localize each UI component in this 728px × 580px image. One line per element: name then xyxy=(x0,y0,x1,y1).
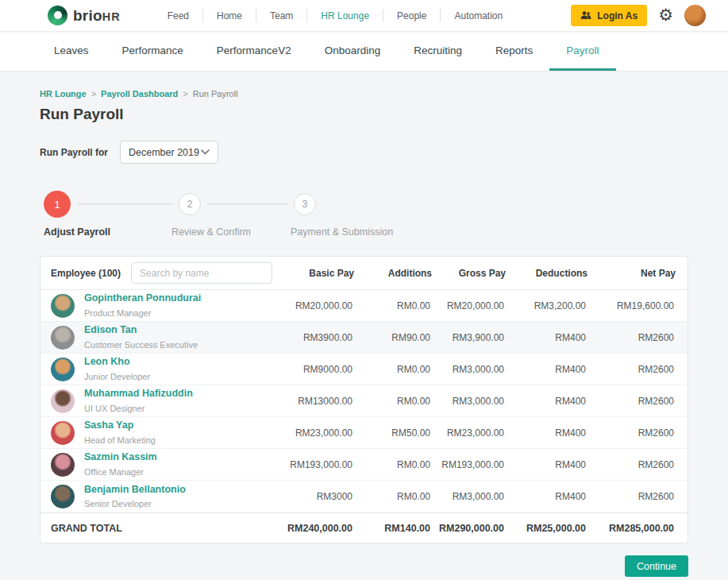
tab-leaves[interactable]: Leaves xyxy=(37,32,106,71)
basic-pay-cell: RM193,000.00 xyxy=(271,459,352,470)
gross-pay-cell: RM193,000.00 xyxy=(430,459,504,470)
breadcrumb-hr-lounge[interactable]: HR Lounge xyxy=(40,89,87,99)
employee-cell: Leon Kho Junior Developer xyxy=(51,355,271,382)
employee-job-title: Product Manager xyxy=(84,308,151,318)
employee-name-link[interactable]: Sasha Yap xyxy=(84,419,156,431)
brio-logo[interactable]: brioHR xyxy=(48,6,121,25)
brio-logo-icon xyxy=(48,6,67,25)
breadcrumb-run-payroll: Run Payroll xyxy=(193,89,238,99)
basic-pay-cell: RM23,000.00 xyxy=(271,427,352,439)
period-select[interactable]: December 2019 xyxy=(120,141,218,164)
chevron-down-icon xyxy=(201,149,210,155)
net-pay-cell: RM2600 xyxy=(586,459,674,470)
basic-pay-cell: RM3000 xyxy=(271,491,352,502)
employee-job-title: Customer Success Executive xyxy=(84,340,198,350)
grand-total-row: GRAND TOTAL RM240,000.00 RM140.00 RM290,… xyxy=(40,512,688,543)
employee-avatar xyxy=(51,326,75,350)
tab-performance[interactable]: Performance xyxy=(106,32,200,71)
employee-name-link[interactable]: Muhammad Hafizuddin xyxy=(84,387,193,400)
employee-name-link[interactable]: Sazmin Kassim xyxy=(84,450,157,463)
user-avatar[interactable] xyxy=(684,5,706,26)
employee-row: Edison Tan Customer Success Executive RM… xyxy=(40,322,688,354)
net-pay-cell: RM2600 xyxy=(586,427,674,439)
net-pay-cell: RM2600 xyxy=(586,491,674,502)
step-1-label: Adjust Payroll xyxy=(44,226,110,238)
tab-performancev2[interactable]: PerformanceV2 xyxy=(200,32,308,71)
nav-hr-lounge[interactable]: HR Lounge xyxy=(307,10,383,21)
table-body: Gopintheran Ponnudurai Product Manager R… xyxy=(40,290,688,512)
tab-payroll[interactable]: Payroll xyxy=(549,32,615,71)
topbar-right: Login As ⚙ xyxy=(571,5,706,26)
step-1-circle[interactable]: 1 xyxy=(44,191,71,218)
breadcrumb: HR Lounge > Payroll Dashboard > Run Payr… xyxy=(40,89,688,99)
deductions-cell: RM400 xyxy=(504,332,586,343)
step-3-label: Payment & Submission xyxy=(291,226,393,238)
nav-home[interactable]: Home xyxy=(203,10,256,21)
employee-job-title: Senior Developer xyxy=(84,499,152,508)
column-basic-pay: Basic Pay xyxy=(272,268,354,279)
column-deductions: Deductions xyxy=(506,268,587,279)
module-tabs: Leaves Performance PerformanceV2 Onboard… xyxy=(0,32,728,72)
employee-avatar xyxy=(51,453,75,477)
gross-pay-cell: RM3,000.00 xyxy=(430,396,504,407)
breadcrumb-separator: > xyxy=(183,89,187,99)
employee-job-title: Head of Marketing xyxy=(84,435,156,445)
employee-cell: Edison Tan Customer Success Executive xyxy=(51,323,271,350)
employee-row: Muhammad Hafizuddin UI UX Designer RM130… xyxy=(40,385,688,417)
column-gross-pay: Gross Pay xyxy=(432,268,506,279)
continue-button[interactable]: Continue xyxy=(625,555,688,577)
actions-bar: Continue xyxy=(40,555,688,577)
basic-pay-cell: RM13000.00 xyxy=(271,396,352,407)
search-input[interactable] xyxy=(131,262,272,284)
deductions-cell: RM3,200.00 xyxy=(504,300,586,311)
employee-name-link[interactable]: Benjamin Bellantonio xyxy=(84,483,186,496)
period-label: Run Payroll for xyxy=(40,147,108,158)
tab-reports[interactable]: Reports xyxy=(479,32,549,71)
nav-automation[interactable]: Automation xyxy=(441,10,516,21)
tab-recruiting[interactable]: Recruiting xyxy=(397,32,479,71)
nav-people[interactable]: People xyxy=(383,10,440,21)
login-as-button[interactable]: Login As xyxy=(571,5,647,26)
period-value: December 2019 xyxy=(129,147,199,158)
payroll-stepper: 1 2 3 Adjust Payroll Review & Confirm Pa… xyxy=(40,191,688,237)
employee-name-link[interactable]: Edison Tan xyxy=(84,323,198,336)
gross-pay-cell: RM3,900.00 xyxy=(430,332,504,343)
breadcrumb-payroll-dashboard[interactable]: Payroll Dashboard xyxy=(101,89,178,99)
deductions-cell: RM400 xyxy=(504,364,586,375)
gear-icon[interactable]: ⚙ xyxy=(658,7,673,24)
deductions-cell: RM400 xyxy=(504,491,586,502)
additions-cell: RM50.00 xyxy=(352,427,430,439)
additions-cell: RM0.00 xyxy=(352,459,430,470)
net-pay-cell: RM2600 xyxy=(586,332,674,343)
employee-header-cell: Employee (100) xyxy=(51,262,272,284)
employee-avatar xyxy=(51,421,75,445)
basic-pay-cell: RM20,000.00 xyxy=(271,300,352,311)
deductions-cell: RM400 xyxy=(504,427,586,439)
period-row: Run Payroll for December 2019 xyxy=(40,141,688,164)
basic-pay-cell: RM9000.00 xyxy=(271,364,352,375)
employee-name-link[interactable]: Gopintheran Ponnudurai xyxy=(84,292,201,304)
grand-total-deductions: RM25,000.00 xyxy=(504,523,586,534)
employee-name-link[interactable]: Leon Kho xyxy=(84,355,150,368)
employee-avatar xyxy=(51,358,75,381)
step-3-circle[interactable]: 3 xyxy=(294,193,316,215)
employee-row: Leon Kho Junior Developer RM9000.00 RM0.… xyxy=(40,354,688,385)
topbar: brioHR Feed Home Team HR Lounge People A… xyxy=(0,0,728,32)
step-2-circle[interactable]: 2 xyxy=(179,193,201,215)
grand-total-gross-pay: RM290,000.00 xyxy=(430,523,504,534)
table-header-row: Employee (100) Basic Pay Additions Gross… xyxy=(40,257,688,290)
main-content: HR Lounge > Payroll Dashboard > Run Payr… xyxy=(0,72,728,577)
payroll-table-card: Employee (100) Basic Pay Additions Gross… xyxy=(40,256,688,543)
employee-job-title: Junior Developer xyxy=(84,372,150,381)
deductions-cell: RM400 xyxy=(504,459,586,470)
nav-team[interactable]: Team xyxy=(256,10,306,21)
employee-cell: Sasha Yap Head of Marketing xyxy=(51,419,271,446)
gross-pay-cell: RM23,000.00 xyxy=(430,427,504,439)
grand-total-net-pay: RM285,000.00 xyxy=(586,523,674,534)
tab-onboarding[interactable]: Onboarding xyxy=(308,32,398,71)
nav-feed[interactable]: Feed xyxy=(154,10,202,21)
top-nav: Feed Home Team HR Lounge People Automati… xyxy=(154,9,517,22)
basic-pay-cell: RM3900.00 xyxy=(271,332,352,343)
employee-row: Sasha Yap Head of Marketing RM23,000.00 … xyxy=(40,417,688,449)
page-title: Run Payroll xyxy=(40,106,688,123)
